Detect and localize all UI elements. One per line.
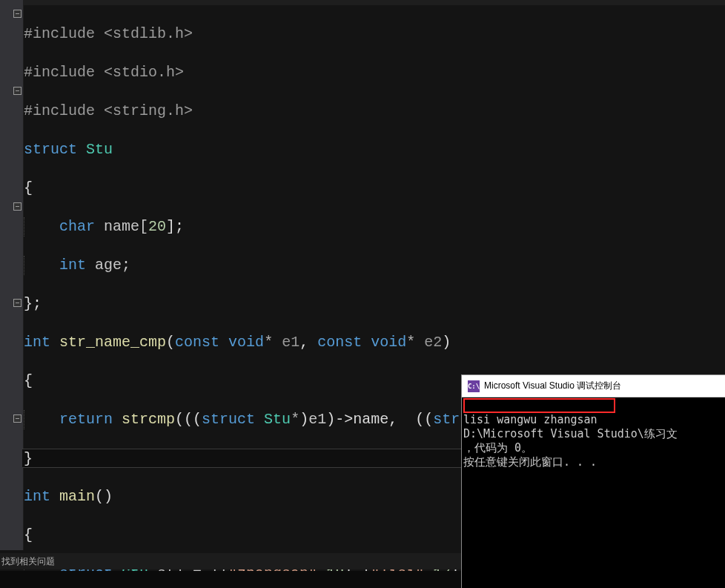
kw-int: int [24,334,50,351]
code-line[interactable]: char name[20]; [24,217,638,237]
kw-void: void [228,334,264,351]
kw-struct: struct [24,141,77,158]
console-icon: C:\ [468,380,480,392]
pp-arg: <stdio.h> [95,64,184,81]
fold-toggle[interactable] [13,10,21,18]
fold-toggle[interactable] [13,202,21,211]
code-line[interactable]: { [24,179,638,198]
fold-toggle[interactable] [13,414,21,423]
kw-const: const [317,334,362,351]
brace: { [24,372,33,389]
console-line: 按任意键关闭此窗口. . . [463,455,597,469]
fold-toggle[interactable] [13,299,21,307]
punct: )-> [326,411,353,428]
kw-int: int [59,257,86,274]
annotation-box [463,398,615,413]
brace: { [24,179,33,196]
console-titlebar[interactable]: C:\ Microsoft Visual Studio 调试控制台 [462,375,725,397]
kw-const: const [175,334,219,351]
brace: { [24,526,33,544]
op: * [264,334,273,351]
punct: , (( [388,411,433,428]
punct: ]; [166,218,184,235]
punct: ( [166,334,175,351]
decl: name[ [95,218,148,235]
punct: ) [299,411,308,428]
op: * [291,411,299,428]
fn-main: main [59,488,95,505]
console-output[interactable]: lisi wangwu zhangsan D:\Microsoft Visual… [462,397,725,498]
type-name: Stu [264,411,291,428]
kw-int: int [24,488,50,505]
top-ruler [24,0,725,5]
kw-void: void [371,334,406,351]
code-line[interactable]: int age; [24,256,638,275]
debug-console-window[interactable]: C:\ Microsoft Visual Studio 调试控制台 lisi w… [461,374,725,588]
pp-directive: #include [24,102,95,119]
decl: age; [86,257,130,274]
punct: , [299,334,308,351]
pp-directive: #include [24,25,95,42]
console-line: ，代码为 0。 [463,441,532,455]
pp-directive: #include [24,64,95,81]
punct: () [95,488,113,505]
fn-name: str_name_cmp [59,334,166,351]
pp-arg: <string.h> [95,102,193,119]
code-line[interactable]: #include <stdlib.h> [24,24,638,44]
punct: ((( [175,411,202,428]
member: name [353,411,388,428]
code-line[interactable]: #include <stdio.h> [24,63,638,82]
param: e1 [273,334,299,351]
gutter[interactable] [0,0,24,550]
punct: ) [442,334,451,351]
kw-struct: struct [202,411,255,428]
code-line[interactable]: struct Stu [24,140,638,159]
pp-arg: <stdlib.h> [95,25,193,42]
fold-toggle[interactable] [13,87,21,95]
fn-strcmp: strcmp [122,411,175,428]
code-line[interactable]: }; [24,294,638,314]
var: e1 [308,411,326,428]
brace: } [24,450,33,467]
code-line[interactable]: #include <string.h> [24,102,638,121]
param: e2 [415,334,442,351]
console-line: D:\Microsoft Visual Studio\练习文 [463,427,678,440]
type-name: Stu [86,141,113,158]
num: 20 [148,218,166,235]
kw-return: return [59,411,113,428]
console-title-text: Microsoft Visual Studio 调试控制台 [484,380,621,392]
status-text: 找到相关问题 [0,556,55,566]
op: * [406,334,415,351]
brace: }; [24,295,42,312]
console-line: lisi wangwu zhangsan [463,413,597,426]
code-line[interactable]: int str_name_cmp(const void* e1, const v… [24,333,638,352]
kw-char: char [59,218,95,235]
